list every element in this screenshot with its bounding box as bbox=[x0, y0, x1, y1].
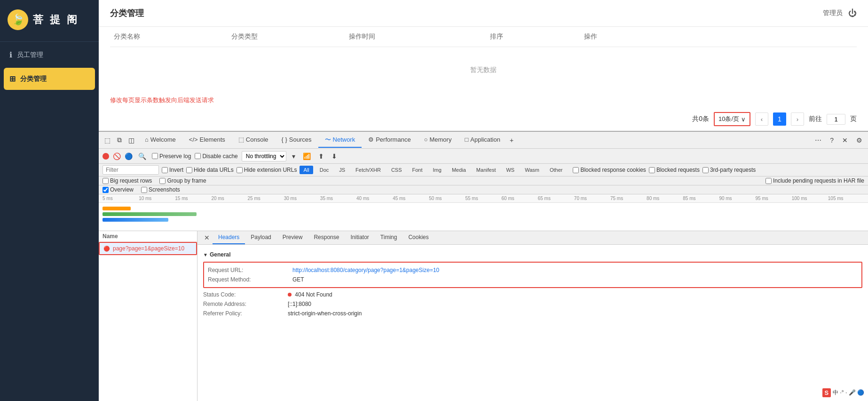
hide-data-urls-label: Hide data URLs bbox=[194, 167, 234, 173]
detail-tab-timing[interactable]: Timing bbox=[375, 231, 403, 244]
detail-tab-initiator[interactable]: Initiator bbox=[345, 231, 374, 244]
devtools-undock-btn[interactable]: ⧉ bbox=[114, 134, 125, 146]
blocked-cookies-checkbox[interactable] bbox=[573, 167, 579, 173]
page-size-label: 10条/页 bbox=[718, 115, 739, 123]
t95: 95 ms bbox=[756, 196, 792, 201]
sidebar-item-employee[interactable]: ℹ 员工管理 bbox=[0, 44, 99, 66]
third-party-checkbox[interactable] bbox=[702, 167, 709, 173]
screenshots-checkbox[interactable] bbox=[141, 187, 147, 193]
detail-value-address: [::1]:8080 bbox=[288, 301, 862, 307]
preserve-log-check[interactable]: Preserve log bbox=[152, 153, 191, 160]
col-time: 操作时间 bbox=[345, 32, 486, 41]
page-size-select[interactable]: 10条/页 ∨ bbox=[714, 112, 750, 126]
overview-checkbox[interactable] bbox=[103, 187, 109, 193]
filter-other-btn[interactable]: Other bbox=[546, 166, 567, 174]
search-btn[interactable]: 🔍 bbox=[136, 152, 148, 161]
clear-btn[interactable]: 🚫 bbox=[113, 152, 121, 160]
devtools-layout-btn[interactable]: ◫ bbox=[126, 135, 137, 146]
t90: 90 ms bbox=[719, 196, 755, 201]
detail-value-referrer: strict-origin-when-cross-origin bbox=[288, 310, 862, 317]
filter-input[interactable] bbox=[103, 165, 159, 175]
table-header: 分类名称 分类类型 操作时间 排序 操作 bbox=[110, 27, 857, 47]
devtools-dock-btn[interactable]: ⬚ bbox=[102, 135, 113, 146]
page-next-btn[interactable]: › bbox=[791, 112, 804, 126]
filter-all-btn[interactable]: All bbox=[300, 166, 313, 174]
third-party-check[interactable]: 3rd-party requests bbox=[702, 167, 756, 173]
screenshots-label: Screenshots bbox=[149, 186, 180, 193]
t30: 30 ms bbox=[284, 196, 320, 201]
invert-checkbox[interactable] bbox=[162, 167, 168, 173]
disable-cache-checkbox[interactable] bbox=[195, 153, 201, 159]
tab-elements[interactable]: </> Elements bbox=[182, 133, 232, 147]
download-btn[interactable]: ⬇ bbox=[330, 152, 339, 161]
include-pending-check[interactable]: Include pending requests in HAR file bbox=[765, 177, 864, 184]
tab-network[interactable]: 〜 Network bbox=[318, 133, 362, 148]
bottom-branding: S 中 ·° · 🎤 🔵 bbox=[822, 388, 864, 397]
hide-ext-urls-check[interactable]: Hide extension URLs bbox=[237, 167, 297, 173]
logout-icon[interactable]: ⏻ bbox=[848, 8, 857, 18]
general-box: Request URL: http://localhost:8080/categ… bbox=[203, 262, 862, 288]
invert-check[interactable]: Invert bbox=[162, 167, 183, 173]
detail-value-method: GET bbox=[292, 276, 858, 283]
blocked-requests-checkbox[interactable] bbox=[649, 167, 655, 173]
detail-tab-cookies[interactable]: Cookies bbox=[402, 231, 434, 244]
filter-btn[interactable]: 🔵 bbox=[125, 152, 133, 160]
detail-tab-response[interactable]: Response bbox=[308, 231, 345, 244]
hide-ext-urls-checkbox[interactable] bbox=[237, 167, 243, 173]
sidebar-item-category[interactable]: ⊞ 分类管理 bbox=[4, 68, 95, 90]
goto-input[interactable] bbox=[827, 114, 845, 125]
devtools-help-btn[interactable]: ? bbox=[827, 135, 836, 146]
page-prev-btn[interactable]: ‹ bbox=[755, 112, 768, 126]
sources-icon: { } bbox=[282, 136, 287, 143]
tab-add-btn[interactable]: + bbox=[507, 135, 516, 146]
include-pending-checkbox[interactable] bbox=[765, 178, 772, 184]
filter-css-btn[interactable]: CSS bbox=[387, 166, 406, 174]
filter-ws-btn[interactable]: WS bbox=[502, 166, 518, 174]
filter-media-btn[interactable]: Media bbox=[448, 166, 470, 174]
detail-tab-preview[interactable]: Preview bbox=[277, 231, 308, 244]
detail-key-method: Request Method: bbox=[208, 276, 292, 283]
group-by-frame-check[interactable]: Group by frame bbox=[159, 177, 206, 184]
preserve-log-checkbox[interactable] bbox=[152, 153, 158, 159]
filter-wasm-btn[interactable]: Wasm bbox=[521, 166, 543, 174]
big-request-rows-checkbox[interactable] bbox=[103, 178, 109, 184]
throttle-down-btn[interactable]: ▾ bbox=[290, 152, 297, 161]
detail-close-btn[interactable]: ✕ bbox=[201, 232, 213, 243]
wifi-icon-btn[interactable]: 📶 bbox=[301, 152, 313, 161]
network-list-item[interactable]: 🔴 page?page=1&pageSize=10 bbox=[99, 242, 197, 255]
filter-manifest-btn[interactable]: Manifest bbox=[473, 166, 500, 174]
detail-tab-payload[interactable]: Payload bbox=[245, 231, 276, 244]
upload-btn[interactable]: ⬆ bbox=[316, 152, 326, 161]
blocked-cookies-check[interactable]: Blocked response cookies bbox=[573, 167, 646, 173]
tab-console[interactable]: ⬚ Console bbox=[232, 133, 275, 147]
network-toolbar: 🚫 🔵 🔍 Preserve log Disable cache No thro… bbox=[99, 149, 868, 164]
devtools-close-btn[interactable]: ✕ bbox=[839, 135, 851, 146]
group-by-frame-checkbox[interactable] bbox=[159, 178, 166, 184]
tab-sources[interactable]: { } Sources bbox=[275, 133, 318, 147]
hide-data-urls-checkbox[interactable] bbox=[186, 167, 192, 173]
page-title: 分类管理 bbox=[110, 8, 144, 19]
t60: 60 ms bbox=[502, 196, 538, 201]
hide-data-urls-check[interactable]: Hide data URLs bbox=[186, 167, 234, 173]
tab-performance[interactable]: ⚙ Performance bbox=[362, 133, 417, 147]
disable-cache-check[interactable]: Disable cache bbox=[195, 153, 237, 160]
tab-memory[interactable]: ○ Memory bbox=[418, 133, 458, 147]
detail-tab-headers[interactable]: Headers bbox=[213, 231, 245, 244]
devtools-settings-btn[interactable]: ⚙ bbox=[853, 135, 865, 146]
blocked-requests-check[interactable]: Blocked requests bbox=[649, 167, 700, 173]
filter-fetch-btn[interactable]: Fetch/XHR bbox=[352, 166, 385, 174]
overview-check[interactable]: Overview bbox=[103, 186, 134, 193]
record-btn[interactable] bbox=[103, 153, 109, 160]
tab-application[interactable]: □ Application bbox=[458, 133, 506, 147]
status-dot bbox=[288, 293, 292, 297]
devtools-more-btn[interactable]: ⋯ bbox=[812, 135, 824, 146]
header-right: 管理员 ⏻ bbox=[823, 8, 857, 18]
throttle-select[interactable]: No throttling bbox=[242, 151, 286, 161]
filter-img-btn[interactable]: Img bbox=[429, 166, 445, 174]
big-request-rows-check[interactable]: Big request rows bbox=[103, 177, 152, 184]
filter-js-btn[interactable]: JS bbox=[335, 166, 349, 174]
screenshots-check[interactable]: Screenshots bbox=[141, 186, 180, 193]
filter-font-btn[interactable]: Font bbox=[409, 166, 426, 174]
filter-doc-btn[interactable]: Doc bbox=[316, 166, 333, 174]
tab-welcome[interactable]: ⌂ Welcome bbox=[138, 133, 182, 147]
